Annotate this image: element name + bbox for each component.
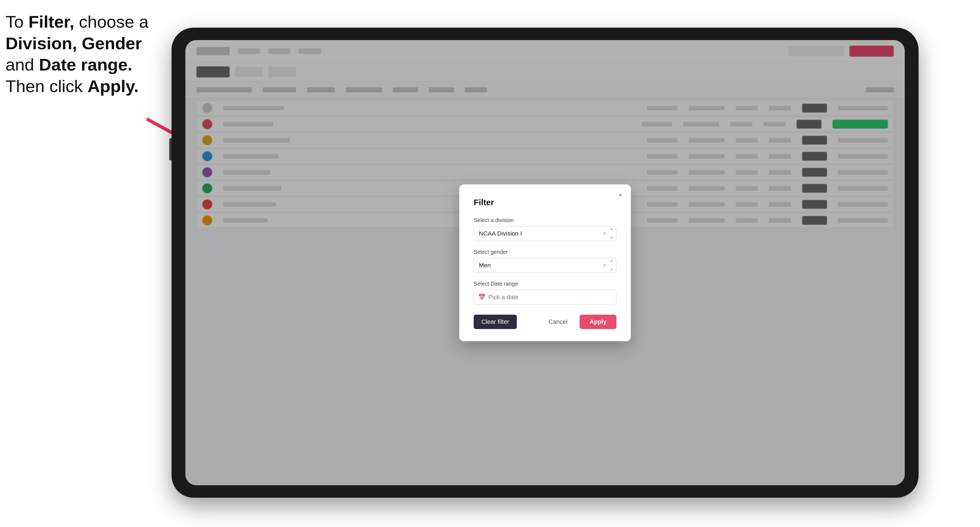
date-input-wrapper: 📅 bbox=[474, 290, 616, 305]
cancel-button[interactable]: Cancel bbox=[541, 315, 575, 329]
instruction-text: To Filter, choose a Division, Gender and… bbox=[6, 11, 161, 97]
date-form-group: Select Date range 📅 bbox=[474, 281, 616, 305]
division-arrow-icon[interactable]: ⌃⌄ bbox=[609, 227, 614, 240]
division-select-wrapper: NCAA Division I NCAA Division II NCAA Di… bbox=[474, 226, 616, 241]
division-select[interactable]: NCAA Division I NCAA Division II NCAA Di… bbox=[474, 226, 616, 241]
gender-clear-icon[interactable]: × bbox=[602, 261, 607, 270]
calendar-icon: 📅 bbox=[478, 294, 485, 301]
division-label: Select a division bbox=[474, 217, 616, 224]
gender-select[interactable]: Men Women Co-ed bbox=[474, 258, 616, 273]
gender-select-controls: × ⌃⌄ bbox=[602, 259, 614, 271]
tablet-screen: × Filter Select a division NCAA Division… bbox=[185, 40, 905, 485]
gender-arrow-icon[interactable]: ⌃⌄ bbox=[609, 259, 614, 271]
date-label: Select Date range bbox=[474, 281, 616, 287]
division-select-controls: × ⌃⌄ bbox=[602, 227, 614, 240]
modal-close-button[interactable]: × bbox=[615, 190, 625, 200]
power-button bbox=[169, 138, 172, 160]
modal-overlay: × Filter Select a division NCAA Division… bbox=[185, 40, 905, 485]
gender-select-wrapper: Men Women Co-ed × ⌃⌄ bbox=[474, 258, 616, 273]
tablet-frame: × Filter Select a division NCAA Division… bbox=[172, 28, 919, 498]
gender-label: Select gender bbox=[474, 249, 616, 255]
division-form-group: Select a division NCAA Division I NCAA D… bbox=[474, 217, 616, 241]
apply-button[interactable]: Apply bbox=[580, 315, 616, 329]
gender-form-group: Select gender Men Women Co-ed × ⌃⌄ bbox=[474, 249, 616, 273]
division-clear-icon[interactable]: × bbox=[602, 229, 607, 238]
modal-title: Filter bbox=[474, 198, 616, 207]
date-input[interactable] bbox=[474, 290, 616, 305]
clear-filter-button[interactable]: Clear filter bbox=[474, 315, 517, 329]
modal-footer: Clear filter Cancel Apply bbox=[474, 315, 616, 329]
modal-footer-right: Cancel Apply bbox=[541, 315, 616, 329]
filter-modal: × Filter Select a division NCAA Division… bbox=[459, 184, 631, 341]
